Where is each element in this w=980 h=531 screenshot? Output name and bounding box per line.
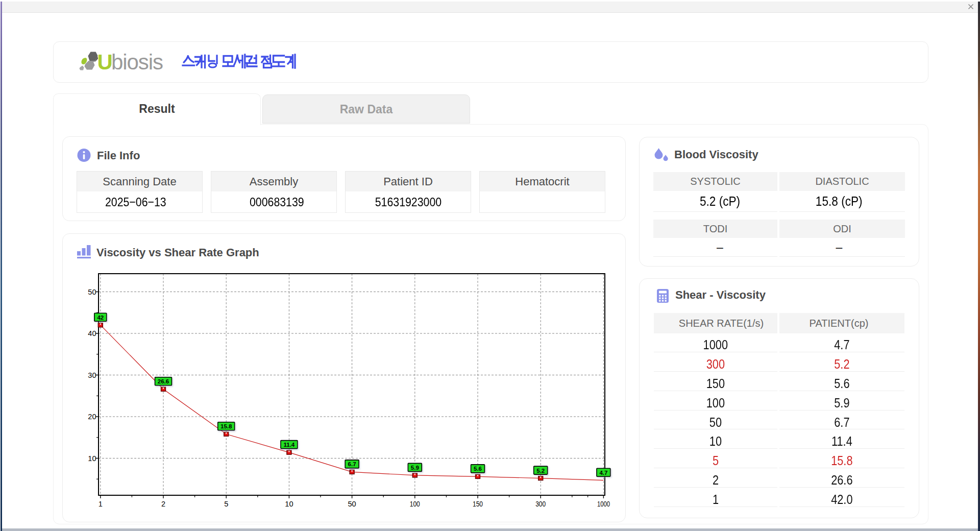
svg-text:6.7: 6.7 bbox=[348, 461, 356, 467]
svg-text:26.6: 26.6 bbox=[158, 378, 169, 384]
svg-text:300: 300 bbox=[535, 500, 546, 508]
svg-text:1000: 1000 bbox=[597, 500, 610, 508]
svg-text:5.6: 5.6 bbox=[474, 466, 482, 472]
svg-text:15.8: 15.8 bbox=[220, 423, 232, 429]
svg-text:42: 42 bbox=[97, 315, 104, 321]
svg-text:5.9: 5.9 bbox=[411, 465, 419, 471]
svg-text:1: 1 bbox=[99, 500, 103, 508]
svg-text:U: U bbox=[97, 50, 113, 74]
svg-text:11.4: 11.4 bbox=[284, 442, 295, 448]
svg-text:10: 10 bbox=[285, 500, 293, 508]
svg-text:4.7: 4.7 bbox=[599, 470, 607, 476]
svg-text:150: 150 bbox=[473, 500, 483, 508]
svg-text:50: 50 bbox=[88, 288, 96, 296]
svg-text:5: 5 bbox=[224, 500, 228, 508]
svg-text:2: 2 bbox=[161, 500, 165, 508]
svg-text:10: 10 bbox=[88, 454, 96, 463]
svg-text:biosis: biosis bbox=[111, 50, 163, 74]
svg-text:40: 40 bbox=[88, 329, 96, 337]
svg-text:5.2: 5.2 bbox=[536, 468, 545, 474]
svg-text:30: 30 bbox=[88, 371, 96, 379]
svg-text:100: 100 bbox=[410, 500, 420, 508]
svg-text:20: 20 bbox=[88, 413, 96, 421]
svg-text:50: 50 bbox=[348, 500, 356, 508]
